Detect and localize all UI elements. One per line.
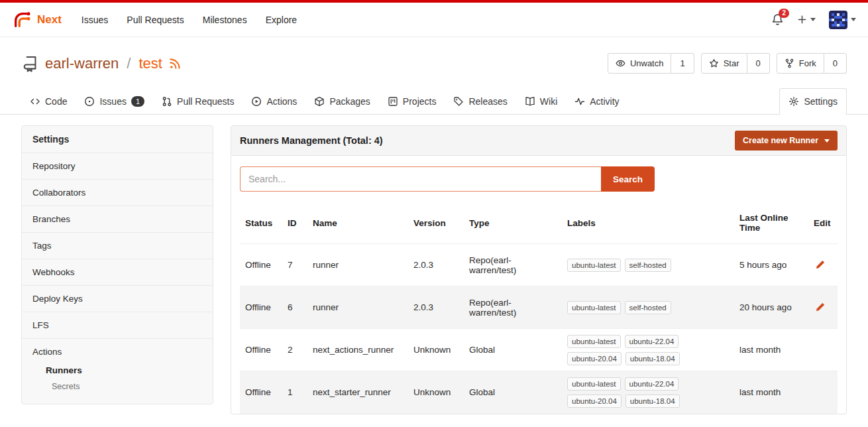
runner-label-chip: ubuntu-latest	[567, 335, 621, 348]
avatar	[829, 11, 847, 29]
tab-activity[interactable]: Activity	[566, 89, 627, 114]
star-button[interactable]: Star	[701, 53, 747, 74]
search-bar: Search	[240, 166, 838, 192]
settings-sidebar: Settings Repository Collaborators Branch…	[21, 125, 213, 404]
sidebar-item-webhooks[interactable]: Webhooks	[22, 259, 213, 286]
edit-runner-button[interactable]	[814, 300, 827, 314]
unwatch-button[interactable]: Unwatch	[608, 53, 672, 74]
repo-actions: Unwatch 1 Star 0	[608, 53, 847, 74]
sidebar-item-deploy-keys[interactable]: Deploy Keys	[22, 286, 213, 312]
runner-label-chip: self-hosted	[625, 301, 671, 314]
tab-pull-requests[interactable]: Pull Requests	[153, 89, 243, 114]
sidebar-item-lfs[interactable]: LFS	[22, 312, 213, 339]
tab-releases[interactable]: Releases	[445, 89, 515, 114]
forks-count[interactable]: 0	[824, 53, 847, 74]
stars-count[interactable]: 0	[747, 53, 770, 74]
notifications-button[interactable]: 2	[771, 13, 784, 26]
book-icon	[525, 96, 535, 107]
content: Settings Repository Collaborators Branch…	[0, 115, 868, 414]
runner-status: Offline	[240, 329, 282, 371]
chevron-down-icon	[851, 18, 856, 21]
create-runner-button[interactable]: Create new Runner	[735, 131, 838, 151]
runner-edit-cell	[808, 371, 838, 414]
runner-type: Global	[464, 329, 562, 371]
runner-status: Offline	[240, 371, 282, 414]
search-input[interactable]	[240, 166, 601, 192]
repo-name-link[interactable]: test	[138, 55, 162, 72]
sidebar-item-tags[interactable]: Tags	[22, 233, 213, 259]
nav-item-issues[interactable]: Issues	[72, 15, 117, 25]
create-runner-label: Create new Runner	[743, 136, 818, 145]
tab-code[interactable]: Code	[21, 89, 76, 114]
runner-name: runner	[307, 286, 408, 329]
code-icon	[30, 96, 40, 107]
fork-icon	[785, 58, 794, 68]
fork-button[interactable]: Fork	[777, 53, 824, 74]
tab-wiki[interactable]: Wiki	[516, 89, 566, 114]
pencil-icon	[815, 302, 826, 312]
home-link[interactable]: Next	[12, 10, 62, 30]
actions-submenu: Runners Secrets	[32, 357, 202, 396]
table-row: Offline 7 runner 2.0.3 Repo(earl-warren/…	[240, 244, 838, 286]
project-board-icon	[388, 96, 398, 107]
tab-projects[interactable]: Projects	[379, 89, 445, 114]
runner-id: 1	[282, 371, 307, 414]
tab-label: Issues	[99, 96, 126, 107]
runner-label-chip: ubuntu-18.04	[625, 395, 680, 408]
col-last-online: Last Online Time	[734, 202, 808, 244]
user-menu[interactable]	[829, 11, 856, 29]
gear-icon	[788, 96, 799, 107]
unwatch-label: Unwatch	[630, 58, 664, 68]
repo-owner-link[interactable]: earl-warren	[45, 55, 119, 72]
sidebar-item-runners[interactable]: Runners	[46, 362, 202, 379]
brand-name: Next	[37, 13, 62, 27]
issue-icon	[84, 96, 95, 107]
runner-version: 2.0.3	[408, 244, 464, 286]
runner-label-chip: ubuntu-22.04	[625, 335, 679, 348]
page-title: Runners Management (Total: 4)	[240, 135, 383, 146]
rss-feed-icon[interactable]	[169, 58, 181, 70]
sidebar-item-branches[interactable]: Branches	[22, 206, 213, 233]
sidebar-item-actions[interactable]: Actions Runners Secrets	[22, 339, 213, 404]
col-version: Version	[408, 202, 464, 244]
issues-count-badge: 1	[131, 96, 144, 107]
repo-title: earl-warren / test	[21, 55, 181, 72]
runner-type: Global	[464, 371, 562, 414]
nav-item-pull-requests[interactable]: Pull Requests	[117, 15, 193, 25]
star-icon	[709, 58, 719, 68]
tab-settings[interactable]: Settings	[779, 88, 847, 115]
tab-issues[interactable]: Issues 1	[76, 89, 153, 114]
repo-tabs: Code Issues 1 Pull Requests Actions Pack…	[0, 87, 868, 115]
nav-item-explore[interactable]: Explore	[256, 15, 306, 25]
runner-last-online: 5 hours ago	[734, 244, 808, 286]
watchers-count[interactable]: 1	[671, 53, 694, 74]
runner-last-online: last month	[734, 329, 808, 371]
tab-label: Pull Requests	[177, 96, 234, 107]
edit-runner-button[interactable]	[814, 258, 827, 271]
tab-actions[interactable]: Actions	[243, 89, 305, 114]
eye-icon	[616, 58, 625, 68]
panel-body: Search Status ID Name Version Type Label…	[231, 156, 847, 414]
watch-group: Unwatch 1	[608, 53, 694, 74]
panel-header: Runners Management (Total: 4) Create new…	[231, 125, 847, 156]
plus-icon	[797, 15, 807, 25]
runner-id: 6	[282, 286, 307, 329]
nav-item-milestones[interactable]: Milestones	[193, 15, 256, 25]
tab-label: Activity	[590, 96, 619, 107]
sidebar-item-collaborators[interactable]: Collaborators	[22, 180, 213, 206]
runner-label-chip: ubuntu-20.04	[567, 395, 622, 408]
sidebar-item-secrets[interactable]: Secrets	[46, 379, 202, 395]
tab-label: Packages	[329, 96, 370, 107]
tab-label: Releases	[468, 96, 507, 107]
create-new-dropdown[interactable]	[797, 15, 816, 25]
search-button[interactable]: Search	[601, 166, 655, 192]
runner-version: 2.0.3	[408, 286, 464, 329]
sidebar-item-repository[interactable]: Repository	[22, 153, 213, 180]
runner-id: 7	[282, 244, 307, 286]
tab-label: Projects	[403, 96, 437, 107]
runner-name: next_actions_runner	[307, 329, 408, 371]
tab-packages[interactable]: Packages	[305, 89, 378, 114]
col-type: Type	[464, 202, 562, 244]
runners-panel: Runners Management (Total: 4) Create new…	[231, 125, 847, 414]
pulse-icon	[574, 96, 585, 107]
